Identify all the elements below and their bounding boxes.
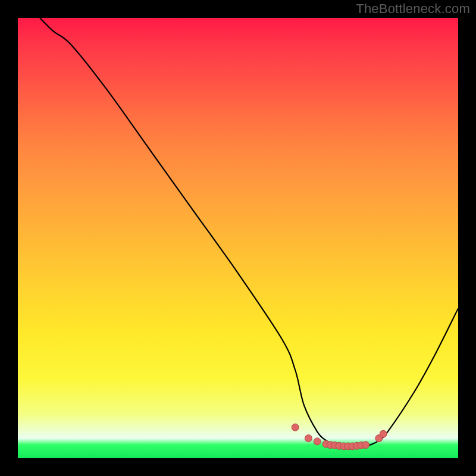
plot-area <box>18 18 458 458</box>
highlight-dot <box>314 438 321 445</box>
highlight-dot <box>380 430 387 437</box>
curve-svg <box>18 18 458 458</box>
highlight-dot <box>292 424 299 431</box>
watermark-text: TheBottleneck.com <box>356 1 470 17</box>
highlight-dot <box>362 441 369 449</box>
highlight-dot <box>305 435 312 442</box>
chart-frame: TheBottleneck.com <box>0 0 476 476</box>
highlight-dots-group <box>292 424 387 450</box>
bottleneck-curve <box>40 18 458 447</box>
